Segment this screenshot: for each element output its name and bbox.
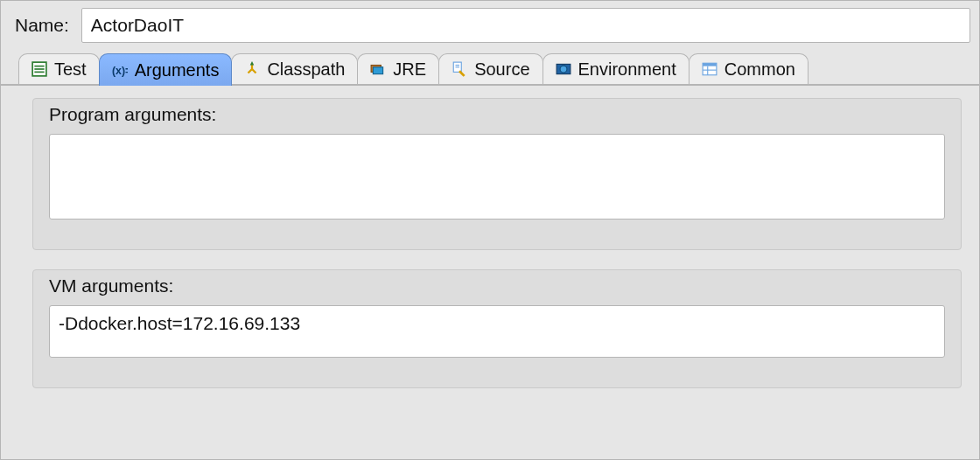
tab-test-label: Test (54, 59, 87, 80)
jre-icon (370, 61, 386, 77)
tab-arguments[interactable]: (x)= Arguments (99, 53, 233, 86)
vm-arguments-input[interactable] (49, 305, 945, 358)
tab-common-label: Common (724, 59, 795, 80)
tab-jre-label: JRE (393, 59, 426, 80)
tab-strip: Test (x)= Arguments Classpath (1, 53, 979, 86)
vm-arguments-label: VM arguments: (49, 270, 945, 305)
tab-source[interactable]: Source (438, 53, 542, 84)
name-row: Name: (1, 1, 979, 53)
source-icon (452, 61, 467, 77)
svg-marker-5 (250, 61, 255, 66)
environment-icon (556, 61, 571, 77)
classpath-icon (244, 61, 260, 77)
arguments-tab-page: Program arguments: VM arguments: (1, 86, 979, 388)
tab-common[interactable]: Common (689, 53, 808, 84)
tab-jre[interactable]: JRE (357, 53, 439, 84)
tab-environment-label: Environment (578, 59, 676, 80)
program-arguments-label: Program arguments: (49, 99, 945, 134)
tab-source-label: Source (474, 59, 529, 80)
svg-rect-7 (374, 67, 383, 74)
svg-text:(x)=: (x)= (112, 65, 128, 77)
name-label: Name: (15, 15, 69, 36)
svg-rect-14 (703, 63, 717, 66)
run-config-dialog: Name: Test (x)= Arguments (0, 0, 980, 460)
arguments-icon: (x)= (112, 62, 128, 78)
common-icon (702, 61, 718, 77)
vm-arguments-group: VM arguments: (32, 269, 962, 388)
program-arguments-input[interactable] (49, 134, 945, 220)
name-input[interactable] (81, 8, 970, 43)
program-arguments-group: Program arguments: (32, 98, 962, 250)
tab-arguments-label: Arguments (135, 60, 220, 80)
tab-classpath[interactable]: Classpath (231, 53, 358, 84)
svg-point-12 (560, 66, 567, 73)
test-icon (32, 61, 47, 77)
tab-environment[interactable]: Environment (542, 53, 690, 84)
tab-classpath-label: Classpath (267, 59, 345, 80)
tab-test[interactable]: Test (18, 53, 100, 84)
